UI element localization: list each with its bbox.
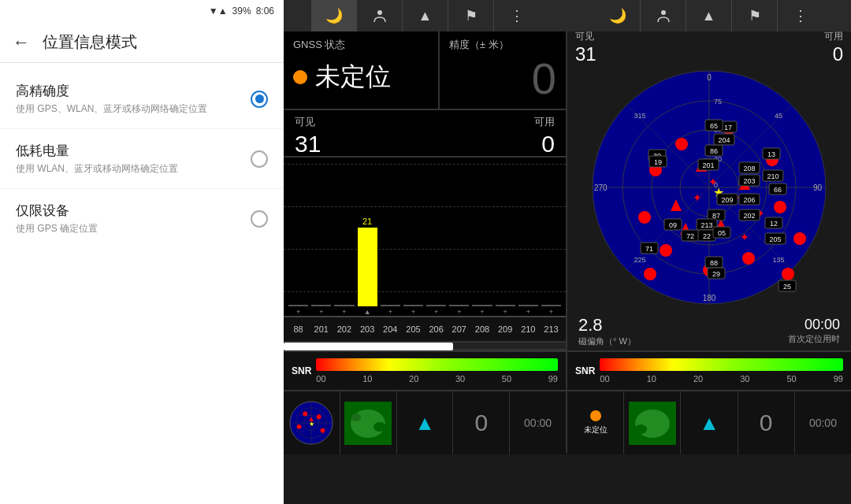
back-button[interactable]: ← [13,32,30,53]
clock: 8:06 [256,6,274,17]
thumb-map[interactable] [340,391,397,454]
svg-text:201: 201 [702,161,714,169]
svg-text:45: 45 [775,112,782,120]
option-title-device-only: 仅限设备 [16,202,251,220]
tb-btn-person-right[interactable] [641,0,686,32]
bars-container: +++21▲++++++++ [288,206,561,316]
sat-id-210: 210 [517,324,540,334]
svg-text:208: 208 [743,165,755,172]
svg-text:17: 17 [724,124,732,132]
bar-marker-204: + [381,308,400,316]
radio-low-power[interactable] [251,150,268,168]
sat-scroll[interactable] [284,343,566,350]
tb-btn-flag-left[interactable]: ⚑ [448,0,494,32]
mini-time-value: 00:00 [524,417,552,429]
thumb-arrow2[interactable]: ▲ [681,391,738,454]
tb-btn-person-left[interactable] [357,0,403,32]
thumb-status[interactable]: 未定位 [567,391,624,454]
gnss-status-row: GNSS 状态 未定位 精度（± 米） 0 [284,32,566,110]
bar-marker-202: + [334,308,354,316]
gnss-status-box: GNSS 状态 未定位 [284,32,440,109]
svg-point-32 [782,268,794,280]
first-fix-info: 00:00 首次定位用时 [788,317,840,345]
mini-zero-value: 0 [474,410,488,436]
left-panel: ▼▲ 39% 8:06 ← 位置信息模式 高精确度 使用 GPS、WLAN、蓝牙… [0,0,284,504]
bar-rect-202 [334,305,354,306]
bar-item-201: + [311,303,331,316]
sat-id-201: 201 [310,324,333,334]
tb-btn-arrow-right[interactable]: ▲ [686,0,732,32]
sat-scroll-thumb[interactable] [284,343,453,350]
svg-point-114 [373,422,386,432]
sat-available-label: 可用 [534,115,555,129]
thumb-radar[interactable]: ★ [284,391,340,454]
tb-btn-arrow-left[interactable]: ▲ [403,0,448,32]
radar-available-num: 0 [824,43,843,65]
radar-visible-group: 可见 31 [575,30,596,65]
thumb-map2[interactable] [624,391,681,454]
svg-text:180: 180 [703,294,716,302]
sat-id-206: 206 [425,324,448,334]
radio-high-accuracy[interactable] [251,91,268,108]
sat-id-204: 204 [379,324,402,334]
bar-rect-201 [311,305,331,306]
bar-item-213: + [541,303,561,316]
tb-btn-more-right[interactable]: ⋮ [778,0,823,32]
thumb-time2[interactable]: 00:00 [795,391,851,454]
svg-text:66: 66 [774,186,782,194]
page-title: 位置信息模式 [43,32,137,53]
bar-rect-213 [541,305,561,306]
tb-btn-moon-right[interactable]: 🌙 [595,0,641,32]
thumb-arrow[interactable]: ▲ [397,391,454,454]
bar-marker-209: + [496,308,515,316]
snr-row-right: SNR 00 10 20 30 50 99 [567,350,851,390]
magnetic-val: 2.8 [578,315,636,335]
thumb-zero[interactable]: 0 [453,391,510,454]
bar-rect-203 [358,228,377,306]
sat-id-208: 208 [470,324,493,334]
bar-label-203: 21 [362,217,372,226]
radar-visible-num: 31 [575,43,596,65]
svg-point-109 [321,428,325,433]
svg-text:135: 135 [772,256,784,264]
snr-bar-container-right: 00 10 20 30 50 99 [600,358,843,384]
status-bar: ▼▲ 39% 8:06 [0,0,284,22]
snr-label: SNR [292,365,311,376]
mini-time2-value: 00:00 [809,417,837,429]
snr-label-right: SNR [575,365,595,376]
svg-point-106 [303,412,308,417]
bar-marker-207: + [449,308,469,316]
radio-device-only[interactable] [251,210,268,228]
first-fix-time: 00:00 [788,317,840,333]
bar-rect-88 [288,305,308,306]
first-fix-label: 首次定位用时 [788,333,840,345]
tb-btn-flag-right[interactable]: ⚑ [732,0,778,32]
option-sub-device-only: 使用 GPS 确定位置 [16,222,251,235]
mini-arrow-icon: ▲ [414,411,435,435]
right-section: 🌙 ▲ ⚑ ⋮ 🌙 ▲ ⚑ ⋮ GNSS 状态 [284,0,851,504]
bar-item-210: + [518,303,538,316]
radar-circle-area: 0 180 270 90 315 45 225 135 75 60 30 0 [567,63,851,311]
gnss-status-label: GNSS 状态 [293,38,429,52]
sat-id-88: 88 [287,324,310,334]
thumb-time[interactable]: 00:00 [510,391,566,454]
sat-id-205: 205 [402,324,425,334]
svg-text:✦: ✦ [693,191,702,204]
bar-marker-201: + [311,308,331,316]
option-high-accuracy[interactable]: 高精确度 使用 GPS、WLAN、蓝牙或移动网络确定位置 [0,69,284,129]
snr-bar-right [600,358,843,371]
option-text-low-power: 低耗电量 使用 WLAN、蓝牙或移动网络确定位置 [16,142,251,176]
svg-text:206: 206 [743,196,755,204]
thumb-status-text: 未定位 [584,424,608,435]
svg-point-31 [644,268,656,280]
option-low-power[interactable]: 低耗电量 使用 WLAN、蓝牙或移动网络确定位置 [0,129,284,189]
tb-btn-moon-left[interactable]: 🌙 [311,0,357,32]
option-device-only[interactable]: 仅限设备 使用 GPS 确定位置 [0,189,284,248]
tb-btn-more-left[interactable]: ⋮ [494,0,540,32]
svg-point-118 [634,424,647,434]
options-list: 高精确度 使用 GPS、WLAN、蓝牙或移动网络确定位置 低耗电量 使用 WLA… [0,63,284,504]
svg-text:88: 88 [710,259,718,267]
bar-item-208: + [472,303,492,316]
sat-id-202: 202 [333,324,355,334]
thumb-zero2[interactable]: 0 [738,391,795,454]
